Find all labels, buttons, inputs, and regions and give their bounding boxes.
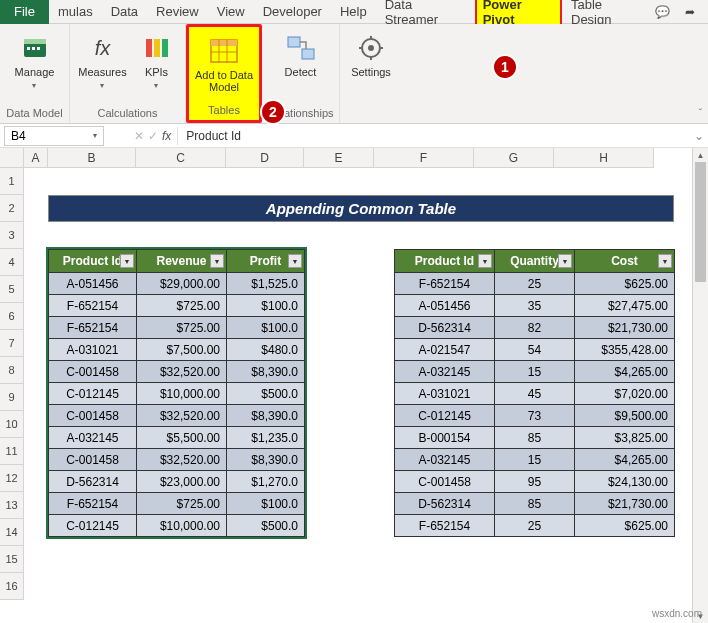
cell[interactable]: D-562314 (395, 317, 495, 339)
filter-dropdown-icon[interactable]: ▼ (210, 254, 224, 268)
table-row[interactable]: C-01214573$9,500.00 (395, 405, 675, 427)
enter-formula-icon[interactable]: ✓ (148, 129, 158, 143)
cell[interactable]: $8,390.0 (227, 405, 305, 427)
cell[interactable]: A-031021 (395, 383, 495, 405)
cell[interactable]: F-652154 (395, 273, 495, 295)
scroll-up-icon[interactable]: ▲ (693, 148, 708, 162)
table-header[interactable]: Revenue▼ (137, 250, 227, 273)
cancel-formula-icon[interactable]: ✕ (134, 129, 144, 143)
cell[interactable]: $4,265.00 (575, 361, 675, 383)
cell[interactable]: C-001458 (49, 449, 137, 471)
cell[interactable]: 95 (495, 471, 575, 493)
cell[interactable]: A-031021 (49, 339, 137, 361)
cell[interactable]: $1,270.0 (227, 471, 305, 493)
table-header[interactable]: Product Id▼ (49, 250, 137, 273)
cell[interactable]: 73 (495, 405, 575, 427)
filter-dropdown-icon[interactable]: ▼ (120, 254, 134, 268)
cell[interactable]: A-051456 (395, 295, 495, 317)
col-B[interactable]: B (48, 148, 136, 168)
table-row[interactable]: B-00015485$3,825.00 (395, 427, 675, 449)
table-row[interactable]: C-012145$10,000.00$500.0 (49, 383, 305, 405)
cell[interactable]: 25 (495, 273, 575, 295)
cell[interactable]: $9,500.00 (575, 405, 675, 427)
table-row[interactable]: D-56231485$21,730.00 (395, 493, 675, 515)
row-14[interactable]: 14 (0, 519, 24, 546)
cell[interactable]: 35 (495, 295, 575, 317)
table-row[interactable]: C-00145895$24,130.00 (395, 471, 675, 493)
cell[interactable]: $7,020.00 (575, 383, 675, 405)
col-F[interactable]: F (374, 148, 474, 168)
cell[interactable]: F-652154 (395, 515, 495, 537)
cell[interactable]: A-051456 (49, 273, 137, 295)
table-row[interactable]: A-02154754$355,428.00 (395, 339, 675, 361)
cell[interactable]: $725.00 (137, 493, 227, 515)
cell[interactable]: C-001458 (395, 471, 495, 493)
add-to-data-model-button[interactable]: Add to Data Model (191, 31, 257, 97)
kpis-button[interactable]: KPIs▾ (133, 28, 181, 95)
name-box[interactable]: B4▾ (4, 126, 104, 146)
col-H[interactable]: H (554, 148, 654, 168)
table-row[interactable]: C-012145$10,000.00$500.0 (49, 515, 305, 537)
table-row[interactable]: A-032145$5,500.00$1,235.0 (49, 427, 305, 449)
cell[interactable]: $10,000.00 (137, 515, 227, 537)
cell[interactable]: C-012145 (49, 515, 137, 537)
cell[interactable]: C-012145 (49, 383, 137, 405)
table-row[interactable]: C-001458$32,520.00$8,390.0 (49, 361, 305, 383)
tab-formulas[interactable]: mulas (49, 0, 102, 23)
cell[interactable]: $500.0 (227, 515, 305, 537)
cell[interactable]: 85 (495, 427, 575, 449)
cell[interactable]: 54 (495, 339, 575, 361)
table-row[interactable]: D-56231482$21,730.00 (395, 317, 675, 339)
cell[interactable]: $8,390.0 (227, 449, 305, 471)
cell[interactable]: 15 (495, 449, 575, 471)
cell[interactable]: $480.0 (227, 339, 305, 361)
row-3[interactable]: 3 (0, 222, 24, 249)
row-16[interactable]: 16 (0, 573, 24, 600)
table-row[interactable]: F-652154$725.00$100.0 (49, 317, 305, 339)
row-11[interactable]: 11 (0, 438, 24, 465)
cell[interactable]: $8,390.0 (227, 361, 305, 383)
share-icon[interactable]: ➦ (680, 4, 700, 20)
cell[interactable]: $32,520.00 (137, 361, 227, 383)
table-row[interactable]: A-03214515$4,265.00 (395, 361, 675, 383)
formula-input[interactable]: Product Id (177, 127, 690, 145)
row-10[interactable]: 10 (0, 411, 24, 438)
row-12[interactable]: 12 (0, 465, 24, 492)
vertical-scrollbar[interactable]: ▲ ▼ (692, 148, 708, 623)
worksheet-area[interactable]: Appending Common Table Product Id▼Revenu… (24, 168, 708, 623)
table-row[interactable]: F-65215425$625.00 (395, 515, 675, 537)
row-8[interactable]: 8 (0, 357, 24, 384)
table-row[interactable]: D-562314$23,000.00$1,270.0 (49, 471, 305, 493)
cell[interactable]: $24,130.00 (575, 471, 675, 493)
cell[interactable]: $21,730.00 (575, 317, 675, 339)
cell[interactable]: F-652154 (49, 295, 137, 317)
table-row[interactable]: F-652154$725.00$100.0 (49, 493, 305, 515)
row-15[interactable]: 15 (0, 546, 24, 573)
cell[interactable]: $32,520.00 (137, 449, 227, 471)
table-row[interactable]: A-03102145$7,020.00 (395, 383, 675, 405)
cell[interactable]: 45 (495, 383, 575, 405)
tab-data[interactable]: Data (102, 0, 147, 23)
cell[interactable]: $23,000.00 (137, 471, 227, 493)
row-6[interactable]: 6 (0, 303, 24, 330)
table-row[interactable]: A-05145635$27,475.00 (395, 295, 675, 317)
cell[interactable]: F-652154 (49, 493, 137, 515)
col-A[interactable]: A (24, 148, 48, 168)
cell[interactable]: $625.00 (575, 515, 675, 537)
cell[interactable]: 82 (495, 317, 575, 339)
settings-button[interactable]: Settings (343, 28, 399, 82)
cell[interactable]: $625.00 (575, 273, 675, 295)
comments-icon[interactable]: 💬 (652, 4, 672, 20)
select-all-corner[interactable] (0, 148, 24, 168)
row-2[interactable]: 2 (0, 195, 24, 222)
tab-file[interactable]: File (0, 0, 49, 24)
cell[interactable]: D-562314 (395, 493, 495, 515)
cell[interactable]: C-001458 (49, 405, 137, 427)
filter-dropdown-icon[interactable]: ▼ (658, 254, 672, 268)
cell[interactable]: D-562314 (49, 471, 137, 493)
cell[interactable]: F-652154 (49, 317, 137, 339)
manage-button[interactable]: Manage▾ (7, 28, 63, 95)
cell[interactable]: A-032145 (395, 449, 495, 471)
cell[interactable]: 25 (495, 515, 575, 537)
row-7[interactable]: 7 (0, 330, 24, 357)
